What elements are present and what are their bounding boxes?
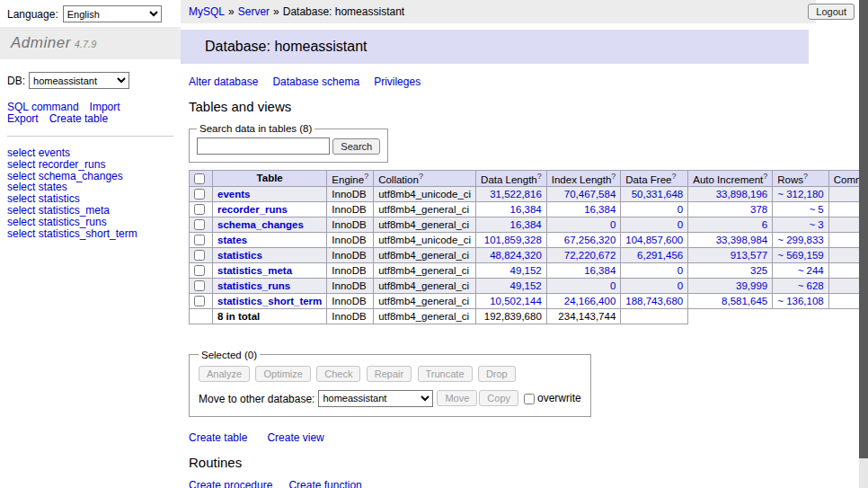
auto-increment-link[interactable]: 913,577 (731, 250, 768, 261)
table-name-link[interactable]: schema_changes (217, 219, 304, 230)
rows-count-link[interactable]: ~ 312,180 (777, 189, 823, 200)
overwrite-checkbox[interactable] (524, 394, 535, 404)
privileges-link[interactable]: Privileges (374, 75, 421, 88)
index-length-link[interactable]: 16,384 (584, 265, 616, 276)
alter-database-link[interactable]: Alter database (189, 75, 258, 88)
table-name-link[interactable]: states (217, 235, 247, 245)
search-button[interactable]: Search (332, 138, 380, 155)
column-header-data-free[interactable]: Data Free? (621, 171, 688, 187)
sidebar-table-link-statistics-meta[interactable]: select statistics_meta (7, 205, 173, 217)
data-free-link[interactable]: 0 (678, 204, 683, 215)
move-db-select[interactable]: homeassistant (318, 390, 433, 407)
data-length-link[interactable]: 31,522,816 (490, 189, 542, 200)
auto-increment-link[interactable]: 39,999 (736, 280, 767, 291)
data-length-link[interactable]: 49,152 (510, 280, 542, 291)
column-header-index-length[interactable]: Index Length? (546, 171, 621, 187)
create-procedure-link[interactable]: Create procedure (189, 479, 272, 488)
row-checkbox[interactable] (194, 280, 205, 291)
auto-increment-link[interactable]: 325 (750, 265, 767, 276)
database-schema-link[interactable]: Database schema (272, 75, 359, 88)
data-free-link[interactable]: 0 (678, 219, 683, 230)
db-select[interactable]: homeassistant (29, 72, 129, 89)
search-input[interactable] (197, 138, 330, 155)
hint-icon[interactable]: ? (763, 172, 767, 181)
rows-count-link[interactable]: ~ 5 (809, 204, 823, 215)
data-free-link[interactable]: 0 (678, 280, 683, 291)
language-select[interactable]: English (63, 5, 162, 22)
row-checkbox[interactable] (194, 235, 205, 245)
rows-count-link[interactable]: ~ 136,108 (777, 296, 823, 306)
rows-count-link[interactable]: ~ 299,833 (777, 235, 823, 245)
truncate-button[interactable]: Truncate (418, 366, 473, 382)
breadcrumb-server-link[interactable]: Server (238, 5, 270, 18)
overwrite-label[interactable]: overwrite (537, 392, 581, 404)
column-header-collation[interactable]: Collation? (374, 171, 476, 187)
create-view-link[interactable]: Create view (267, 431, 323, 444)
scrollbar-thumb[interactable] (859, 0, 868, 458)
row-checkbox[interactable] (194, 296, 205, 306)
auto-increment-link[interactable]: 33,898,196 (716, 189, 768, 200)
adminer-logo-link[interactable]: Adminer (11, 34, 71, 51)
hint-icon[interactable]: ? (364, 172, 368, 181)
index-length-link[interactable]: 0 (610, 219, 616, 230)
index-length-link[interactable]: 16,384 (584, 204, 616, 215)
breadcrumb-mysql-link[interactable]: MySQL (189, 5, 225, 18)
data-length-link[interactable]: 48,824,320 (490, 250, 542, 261)
rows-count-link[interactable]: ~ 244 (798, 265, 824, 276)
sidebar-table-link-recorder-runs[interactable]: select recorder_runs (7, 159, 173, 171)
row-checkbox[interactable] (194, 219, 205, 230)
data-length-link[interactable]: 10,502,144 (490, 296, 542, 306)
move-button[interactable]: Move (437, 390, 477, 406)
sidebar-table-link-statistics-runs[interactable]: select statistics_runs (7, 217, 173, 228)
sidebar-link-export[interactable]: Export (7, 112, 39, 125)
select-all-checkbox[interactable] (194, 173, 205, 184)
auto-increment-link[interactable]: 8,581,645 (722, 296, 767, 306)
table-name-link[interactable]: recorder_runs (217, 204, 288, 215)
data-free-link[interactable]: 104,857,600 (625, 235, 683, 245)
auto-increment-link[interactable]: 378 (750, 204, 767, 215)
hint-icon[interactable]: ? (803, 172, 808, 181)
sidebar-link-create-table[interactable]: Create table (49, 112, 108, 125)
index-length-link[interactable]: 0 (610, 280, 616, 291)
table-name-link[interactable]: statistics (217, 250, 262, 261)
data-free-link[interactable]: 50,331,648 (632, 189, 684, 200)
data-length-link[interactable]: 101,859,328 (484, 235, 542, 245)
data-length-link[interactable]: 16,384 (510, 219, 542, 230)
sidebar-table-link-statistics-short-term[interactable]: select statistics_short_term (7, 228, 173, 240)
hint-icon[interactable]: ? (671, 172, 676, 181)
table-name-link[interactable]: statistics_short_term (217, 296, 322, 306)
hint-icon[interactable]: ? (537, 172, 542, 181)
optimize-button[interactable]: Optimize (255, 366, 310, 382)
table-name-link[interactable]: statistics_meta (217, 265, 292, 276)
row-checkbox[interactable] (194, 204, 205, 215)
rows-count-link[interactable]: ~ 3 (809, 219, 823, 230)
sidebar-table-link-events[interactable]: select events (7, 147, 173, 159)
sidebar-link-sql-command[interactable]: SQL command (7, 101, 79, 113)
auto-increment-link[interactable]: 33,398,984 (716, 235, 768, 245)
analyze-button[interactable]: Analyze (199, 366, 250, 382)
index-length-link[interactable]: 24,166,400 (564, 296, 616, 306)
table-name-link[interactable]: statistics_runs (217, 280, 290, 291)
data-free-link[interactable]: 6,291,456 (637, 250, 683, 261)
column-header-data-length[interactable]: Data Length? (476, 171, 547, 187)
copy-button[interactable]: Copy (479, 390, 518, 406)
data-length-link[interactable]: 16,384 (510, 204, 542, 215)
auto-increment-link[interactable]: 6 (762, 219, 767, 230)
index-length-link[interactable]: 72,220,672 (564, 250, 616, 261)
table-name-link[interactable]: events (217, 189, 250, 200)
check-button[interactable]: Check (316, 366, 360, 382)
row-checkbox[interactable] (194, 265, 205, 276)
drop-button[interactable]: Drop (478, 366, 516, 382)
column-header-engine[interactable]: Engine? (327, 171, 374, 187)
create-function-link[interactable]: Create function (288, 479, 361, 488)
index-length-link[interactable]: 70,467,584 (564, 189, 616, 200)
rows-count-link[interactable]: ~ 628 (798, 280, 824, 291)
data-length-link[interactable]: 49,152 (510, 265, 542, 276)
hint-icon[interactable]: ? (419, 172, 423, 181)
data-free-link[interactable]: 0 (678, 265, 683, 276)
sidebar-link-import[interactable]: Import (90, 101, 120, 113)
index-length-link[interactable]: 67,256,320 (564, 235, 616, 245)
repair-button[interactable]: Repair (367, 366, 412, 382)
row-checkbox[interactable] (194, 189, 205, 200)
column-header-auto-increment[interactable]: Auto Increment? (688, 171, 773, 187)
